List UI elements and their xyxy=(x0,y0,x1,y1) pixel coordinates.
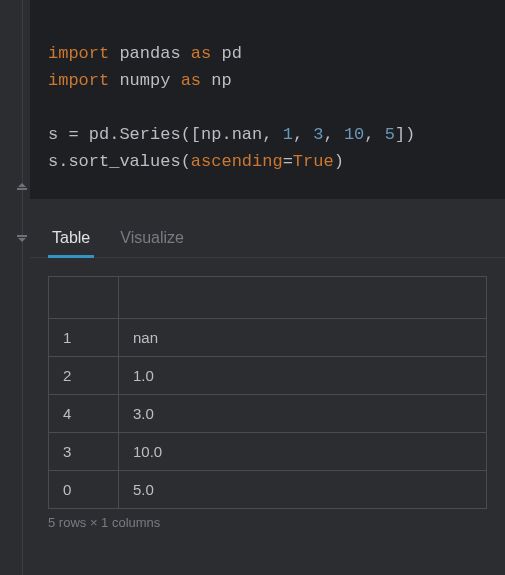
output-table-wrap: 1nan21.043.0310.005.0 xyxy=(30,258,505,509)
table-footer: 5 rows × 1 columns xyxy=(30,509,505,536)
table-row[interactable]: 310.0 xyxy=(49,433,487,471)
editor-gutter xyxy=(0,0,30,575)
table-row[interactable]: 05.0 xyxy=(49,471,487,509)
code-line: s = pd.Series([np.nan, 1, 3, 10, 5]) xyxy=(48,121,487,148)
code-line xyxy=(48,94,487,121)
index-cell: 0 xyxy=(49,471,119,509)
code-line: import pandas as pd xyxy=(48,40,487,67)
table-row[interactable]: 1nan xyxy=(49,319,487,357)
output-area: TableVisualize 1nan21.043.0310.005.0 5 r… xyxy=(30,199,505,536)
index-cell: 4 xyxy=(49,395,119,433)
output-tabs: TableVisualize xyxy=(30,221,505,258)
output-collapse-icon[interactable] xyxy=(14,232,30,248)
index-cell: 3 xyxy=(49,433,119,471)
table-header-row xyxy=(49,277,487,319)
index-cell: 1 xyxy=(49,319,119,357)
code-cell[interactable]: import pandas as pdimport numpy as np s … xyxy=(30,0,505,199)
value-cell: 10.0 xyxy=(119,433,487,471)
output-table: 1nan21.043.0310.005.0 xyxy=(48,276,487,509)
column-header[interactable] xyxy=(49,277,119,319)
table-row[interactable]: 21.0 xyxy=(49,357,487,395)
value-cell: 1.0 xyxy=(119,357,487,395)
index-cell: 2 xyxy=(49,357,119,395)
tab-table[interactable]: Table xyxy=(48,221,94,257)
column-header[interactable] xyxy=(119,277,487,319)
code-line: s.sort_values(ascending=True) xyxy=(48,148,487,175)
table-row[interactable]: 43.0 xyxy=(49,395,487,433)
svg-rect-1 xyxy=(17,235,27,237)
value-cell: nan xyxy=(119,319,487,357)
code-line: import numpy as np xyxy=(48,67,487,94)
cell-collapse-icon[interactable] xyxy=(14,177,30,193)
value-cell: 3.0 xyxy=(119,395,487,433)
value-cell: 5.0 xyxy=(119,471,487,509)
svg-rect-0 xyxy=(17,188,27,190)
gutter-divider xyxy=(22,0,23,575)
tab-visualize[interactable]: Visualize xyxy=(116,221,188,257)
